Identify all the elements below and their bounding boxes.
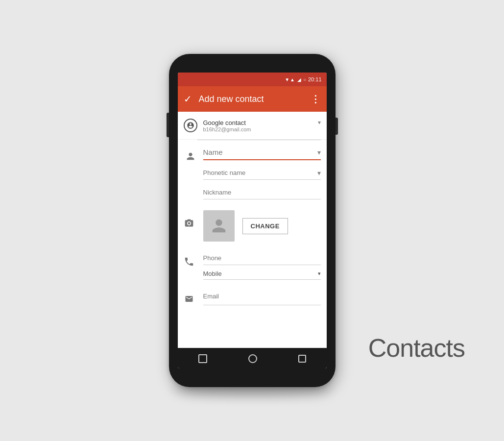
account-name: Google contact ▾ bbox=[203, 119, 321, 126]
signal-icon: ▼▲ bbox=[285, 77, 295, 82]
camera-icon bbox=[184, 218, 197, 230]
phone-type-select[interactable]: Mobile ▾ bbox=[203, 270, 321, 280]
account-icon bbox=[184, 119, 197, 132]
phone-type-label: Mobile bbox=[203, 270, 318, 277]
recents-icon bbox=[298, 355, 306, 363]
form-content: Google contact ▾ b16h22@gmail.com bbox=[178, 112, 327, 348]
name-section: ▾ ▾ bbox=[178, 140, 327, 205]
phone-screen: ▼▲ ◢ ○ 20:11 ✓ Add new contact ⋮ bbox=[178, 73, 327, 368]
contacts-background-label: Contacts bbox=[368, 333, 465, 363]
email-input[interactable] bbox=[203, 290, 321, 303]
email-icon bbox=[184, 294, 197, 305]
photo-placeholder-icon bbox=[209, 216, 229, 236]
change-photo-button[interactable]: CHANGE bbox=[242, 218, 288, 234]
toolbar-title: Add new contact bbox=[199, 94, 311, 104]
confirm-button[interactable]: ✓ bbox=[184, 93, 192, 105]
phonetic-name-input[interactable] bbox=[203, 166, 317, 179]
home-icon bbox=[248, 354, 257, 363]
page-container: Contacts ▼▲ ◢ ○ 20:11 ✓ Add new contact … bbox=[0, 0, 504, 441]
navigation-bar bbox=[178, 348, 327, 368]
phonetic-row: ▾ bbox=[203, 166, 321, 180]
photo-section: CHANGE bbox=[178, 205, 327, 246]
phonetic-expand-icon[interactable]: ▾ bbox=[317, 169, 321, 177]
phone-device: ▼▲ ◢ ○ 20:11 ✓ Add new contact ⋮ bbox=[169, 54, 336, 387]
phone-input[interactable] bbox=[203, 251, 321, 265]
phone-side-button-left bbox=[167, 113, 169, 137]
phone-side-button-right bbox=[336, 118, 338, 135]
person-icon bbox=[184, 151, 197, 205]
time-display: 20:11 bbox=[308, 76, 322, 82]
wifi-icon: ◢ bbox=[297, 77, 301, 82]
phone-type-arrow: ▾ bbox=[318, 270, 321, 277]
phone-input-row bbox=[203, 251, 321, 265]
account-dropdown-arrow[interactable]: ▾ bbox=[318, 119, 321, 126]
person-circle-icon bbox=[187, 122, 194, 129]
phone-fields: Mobile ▾ bbox=[203, 251, 321, 285]
photo-content: CHANGE bbox=[203, 210, 288, 242]
toolbar: ✓ Add new contact ⋮ bbox=[178, 86, 327, 112]
back-nav-button[interactable] bbox=[198, 354, 207, 363]
name-input[interactable] bbox=[203, 145, 317, 159]
home-nav-button[interactable] bbox=[248, 354, 257, 363]
account-row[interactable]: Google contact ▾ b16h22@gmail.com bbox=[178, 112, 327, 140]
name-expand-icon[interactable]: ▾ bbox=[317, 148, 321, 156]
phone-icon bbox=[184, 256, 197, 285]
contact-photo bbox=[203, 210, 235, 242]
status-icons: ▼▲ ◢ ○ 20:11 bbox=[285, 76, 321, 82]
recents-nav-button[interactable] bbox=[298, 355, 306, 363]
account-email: b16h22@gmail.com bbox=[203, 126, 321, 132]
nickname-row bbox=[203, 186, 321, 199]
email-section bbox=[178, 285, 327, 305]
back-icon bbox=[198, 354, 207, 363]
status-bar: ▼▲ ◢ ○ 20:11 bbox=[178, 73, 327, 86]
phone-section: Mobile ▾ bbox=[178, 246, 327, 285]
battery-icon: ○ bbox=[303, 77, 306, 82]
nickname-input[interactable] bbox=[203, 186, 321, 199]
email-input-row bbox=[203, 290, 321, 305]
more-options-button[interactable]: ⋮ bbox=[311, 93, 321, 105]
name-fields: ▾ ▾ bbox=[203, 145, 321, 205]
account-info: Google contact ▾ b16h22@gmail.com bbox=[203, 119, 321, 132]
name-input-row: ▾ bbox=[203, 145, 321, 160]
